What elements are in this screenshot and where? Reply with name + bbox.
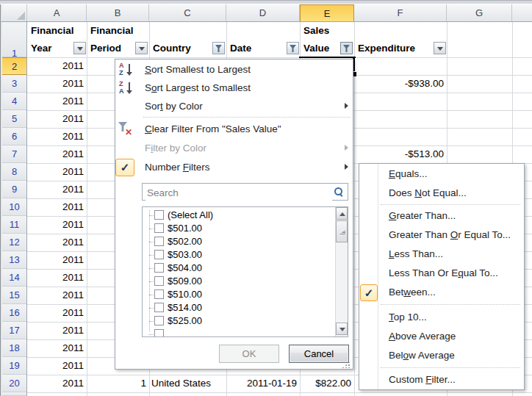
scroll-up-button[interactable] <box>336 207 348 220</box>
cell-a7[interactable]: 2011 <box>27 145 84 163</box>
checkbox[interactable] <box>154 316 164 325</box>
column-header-e-selected[interactable]: E <box>300 4 354 22</box>
cell-b20[interactable]: 1 <box>87 375 146 392</box>
cell-c20[interactable]: United States <box>151 375 211 392</box>
cell-f7-expenditure[interactable]: -$513.00 <box>354 145 444 163</box>
row-header-14[interactable]: 14 <box>2 269 26 287</box>
cell-a6[interactable]: 2011 <box>27 128 84 145</box>
list-item-501[interactable]: $501.00 <box>143 222 334 235</box>
list-item-525[interactable]: $525.00 <box>143 314 334 328</box>
scrollbar-thumb[interactable] <box>336 220 348 242</box>
submenu-item-greater-than[interactable]: Greater Than... <box>359 206 523 226</box>
cell-a10[interactable]: 2011 <box>27 198 84 216</box>
list-item-partial[interactable] <box>143 328 334 337</box>
column-header-a[interactable]: A <box>27 4 87 22</box>
submenu-item-greater-than-or-equal[interactable]: Greater Than Or Equal To... <box>359 226 523 245</box>
row-header-21-partial[interactable] <box>2 392 26 396</box>
submenu-item-less-than-or-equal[interactable]: Less Than Or Equal To... <box>359 264 523 283</box>
list-item-504[interactable]: $504.00 <box>143 262 334 275</box>
row-header-2-selected[interactable]: 2 <box>2 57 26 75</box>
search-input[interactable] <box>145 184 332 201</box>
scroll-down-button[interactable] <box>336 323 348 335</box>
cell-a14[interactable]: 2011 <box>27 269 84 287</box>
row-header-3[interactable]: 3 <box>2 75 26 93</box>
submenu-item-custom-filter[interactable]: Custom Filter... <box>359 370 523 389</box>
cell-a12[interactable]: 2011 <box>27 234 84 251</box>
submenu-item-above-average[interactable]: Above Average <box>359 327 523 346</box>
filter-dropdown-button-year[interactable] <box>73 42 86 54</box>
filter-dropdown-button-country[interactable] <box>212 42 225 54</box>
checkbox[interactable] <box>154 250 164 259</box>
list-item-select-all[interactable]: (Select All) <box>143 209 334 222</box>
row-header-20[interactable]: 20 <box>2 375 26 392</box>
submenu-item-equals[interactable]: Equals... <box>359 165 523 184</box>
row-header-12[interactable]: 12 <box>2 234 26 251</box>
column-header-partial[interactable] <box>512 4 532 22</box>
column-header-g[interactable]: G <box>447 4 512 22</box>
submenu-item-does-not-equal[interactable]: Does Not Equal... <box>359 184 523 203</box>
column-header-b[interactable]: B <box>87 4 149 22</box>
column-header-d[interactable]: D <box>226 4 300 22</box>
row-header-18[interactable]: 18 <box>2 339 26 357</box>
cell-a9[interactable]: 2011 <box>27 181 84 198</box>
cell-a16[interactable]: 2011 <box>27 304 84 322</box>
cell-f3-expenditure[interactable]: -$938.00 <box>354 75 444 93</box>
menu-item-sort-smallest-to-largest[interactable]: Sort Smallest to Largest <box>115 60 352 79</box>
submenu-item-below-average[interactable]: Below Average <box>359 346 523 365</box>
list-item-510[interactable]: $510.00 <box>143 288 334 301</box>
list-item-509[interactable]: $509.00 <box>143 275 334 288</box>
row-header-6[interactable]: 6 <box>2 128 26 145</box>
list-item-503[interactable]: $503.00 <box>143 248 334 262</box>
cell-a18[interactable]: 2011 <box>27 339 84 357</box>
submenu-item-less-than[interactable]: Less Than... <box>359 245 523 264</box>
submenu-item-between[interactable]: Between... <box>359 283 523 302</box>
checkbox[interactable] <box>154 210 164 220</box>
column-header-c[interactable]: C <box>149 4 226 22</box>
row-header-10[interactable]: 10 <box>2 198 26 216</box>
row-header-11[interactable]: 11 <box>2 216 26 234</box>
row-header-16[interactable]: 16 <box>2 304 26 322</box>
row-header-9[interactable]: 9 <box>2 181 26 198</box>
row-header-19[interactable]: 19 <box>2 357 26 375</box>
cell-a17[interactable]: 2011 <box>27 322 84 339</box>
column-header-f[interactable]: F <box>354 4 447 22</box>
cell-a20[interactable]: 2011 <box>27 375 84 392</box>
menu-item-clear-filter[interactable]: Clear Filter From "Sales Value" <box>115 120 352 138</box>
filter-dropdown-button-expenditure[interactable] <box>434 42 446 54</box>
row-header-8[interactable]: 8 <box>2 163 26 181</box>
row-header-5[interactable]: 5 <box>2 110 26 128</box>
cancel-button[interactable]: Cancel <box>289 345 349 363</box>
cell-a15[interactable]: 2011 <box>27 287 84 304</box>
submenu-item-top-10[interactable]: Top 10... <box>359 308 523 327</box>
row-header-13[interactable]: 13 <box>2 251 26 269</box>
filter-dropdown-button-date[interactable] <box>287 42 299 54</box>
cell-a3[interactable]: 2011 <box>27 75 84 93</box>
select-all-corner[interactable] <box>2 4 27 21</box>
list-scrollbar[interactable] <box>335 207 348 336</box>
filter-dropdown-button-sales-value-active[interactable] <box>340 42 353 54</box>
row-header-7[interactable]: 7 <box>2 145 26 163</box>
menu-item-sort-largest-to-smallest[interactable]: Sort Largest to Smallest <box>115 79 352 97</box>
cell-e20[interactable]: $822.00 <box>300 375 351 392</box>
row-header-1[interactable]: 1 <box>2 22 26 57</box>
list-item-502[interactable]: $502.00 <box>143 235 334 248</box>
cell-a11[interactable]: 2011 <box>27 216 84 234</box>
menu-item-number-filters[interactable]: Number Filters <box>115 158 352 176</box>
checkbox[interactable] <box>154 303 164 312</box>
cell-a13[interactable]: 2011 <box>27 251 84 269</box>
filter-dropdown-button-period[interactable] <box>135 42 148 54</box>
cell-a19[interactable]: 2011 <box>27 357 84 375</box>
row-header-17[interactable]: 17 <box>2 322 26 339</box>
checkbox[interactable] <box>154 329 164 337</box>
ok-button[interactable]: OK <box>219 345 279 363</box>
cell-a8[interactable]: 2011 <box>27 163 84 181</box>
search-icon[interactable] <box>334 187 344 197</box>
cell-a4[interactable]: 2011 <box>27 93 84 110</box>
checkbox[interactable] <box>154 289 164 299</box>
menu-item-sort-by-color[interactable]: Sort by Color <box>115 97 352 115</box>
row-header-4[interactable]: 4 <box>2 93 26 110</box>
checkbox[interactable] <box>154 237 164 246</box>
row-header-15[interactable]: 15 <box>2 287 26 304</box>
cell-d20[interactable]: 2011-01-19 <box>226 375 297 392</box>
cell-a5[interactable]: 2011 <box>27 110 84 128</box>
